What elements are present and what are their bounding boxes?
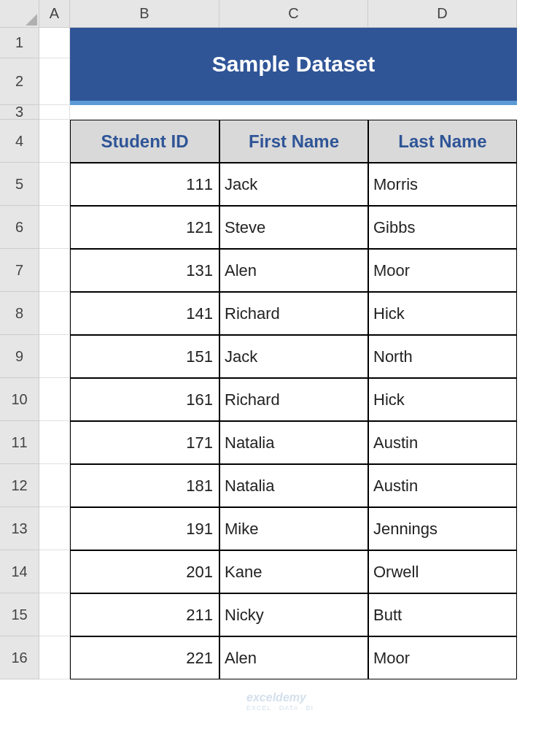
cell-last-name[interactable]: Gibbs	[368, 206, 517, 249]
cell-last-name[interactable]: Moor	[368, 249, 517, 292]
cell-A5[interactable]	[39, 163, 70, 206]
row-header-4[interactable]: 4	[0, 120, 39, 163]
col-header-D[interactable]: D	[368, 0, 517, 28]
select-all-triangle-icon	[26, 14, 37, 26]
cell-A13[interactable]	[39, 507, 70, 550]
cell-last-name[interactable]: North	[368, 335, 517, 378]
cell-student-id[interactable]: 181	[70, 464, 219, 507]
cell-student-id[interactable]: 141	[70, 292, 219, 335]
cell-A8[interactable]	[39, 292, 70, 335]
cell-last-name[interactable]: Moor	[368, 636, 517, 679]
cell-first-name[interactable]: Richard	[219, 378, 368, 421]
cell-A9[interactable]	[39, 335, 70, 378]
header-student-id[interactable]: Student ID	[70, 120, 219, 163]
cell-first-name[interactable]: Steve	[219, 206, 368, 249]
cell-student-id[interactable]: 171	[70, 421, 219, 464]
cell-last-name[interactable]: Austin	[368, 421, 517, 464]
cell-last-name[interactable]: Hick	[368, 292, 517, 335]
watermark-main: exceldemy	[246, 691, 306, 704]
row-header-3[interactable]: 3	[0, 105, 39, 120]
cell-student-id[interactable]: 191	[70, 507, 219, 550]
row-header-12[interactable]: 12	[0, 464, 39, 507]
row-header-7[interactable]: 7	[0, 249, 39, 292]
col-header-B[interactable]: B	[70, 0, 219, 28]
cell-student-id[interactable]: 211	[70, 593, 219, 636]
cell-student-id[interactable]: 161	[70, 378, 219, 421]
row-header-11[interactable]: 11	[0, 421, 39, 464]
row-header-8[interactable]: 8	[0, 292, 39, 335]
row-header-13[interactable]: 13	[0, 507, 39, 550]
row-header-15[interactable]: 15	[0, 593, 39, 636]
cell-last-name[interactable]: Austin	[368, 464, 517, 507]
cell-A10[interactable]	[39, 378, 70, 421]
cell-A1[interactable]	[39, 28, 70, 58]
cell-first-name[interactable]: Alen	[219, 636, 368, 679]
cell-A11[interactable]	[39, 421, 70, 464]
cell-student-id[interactable]: 131	[70, 249, 219, 292]
cell-first-name[interactable]: Richard	[219, 292, 368, 335]
cell-student-id[interactable]: 151	[70, 335, 219, 378]
cell-first-name[interactable]: Jack	[219, 335, 368, 378]
cell-student-id[interactable]: 201	[70, 550, 219, 593]
cell-first-name[interactable]: Alen	[219, 249, 368, 292]
row-header-14[interactable]: 14	[0, 550, 39, 593]
cell-student-id[interactable]: 121	[70, 206, 219, 249]
cell-A2[interactable]	[39, 58, 70, 105]
row-header-16[interactable]: 16	[0, 636, 39, 679]
cell-student-id[interactable]: 111	[70, 163, 219, 206]
cell-student-id[interactable]: 221	[70, 636, 219, 679]
row-header-9[interactable]: 9	[0, 335, 39, 378]
svg-marker-0	[26, 14, 37, 26]
header-first-name[interactable]: First Name	[219, 120, 368, 163]
watermark: exceldemy EXCEL · DATA · BI	[246, 691, 314, 712]
cell-first-name[interactable]: Natalia	[219, 464, 368, 507]
col-header-C[interactable]: C	[219, 0, 368, 28]
cell-A12[interactable]	[39, 464, 70, 507]
title-cell[interactable]: Sample Dataset	[70, 28, 517, 105]
cell-last-name[interactable]: Butt	[368, 593, 517, 636]
cell-last-name[interactable]: Morris	[368, 163, 517, 206]
cell-first-name[interactable]: Mike	[219, 507, 368, 550]
cell-last-name[interactable]: Orwell	[368, 550, 517, 593]
cell-first-name[interactable]: Jack	[219, 163, 368, 206]
cell-A6[interactable]	[39, 206, 70, 249]
spreadsheet-grid: A B C D 1 2 3 4 5 6 7 8 9 10 11 12 13 14…	[0, 0, 560, 679]
header-last-name[interactable]: Last Name	[368, 120, 517, 163]
cell-A7[interactable]	[39, 249, 70, 292]
cell-A14[interactable]	[39, 550, 70, 593]
cell-last-name[interactable]: Jennings	[368, 507, 517, 550]
row-header-1[interactable]: 1	[0, 28, 39, 58]
cell-A16[interactable]	[39, 636, 70, 679]
row-header-10[interactable]: 10	[0, 378, 39, 421]
select-all-corner[interactable]	[0, 0, 39, 28]
cell-last-name[interactable]: Hick	[368, 378, 517, 421]
row-header-6[interactable]: 6	[0, 206, 39, 249]
cell-first-name[interactable]: Natalia	[219, 421, 368, 464]
col-header-A[interactable]: A	[39, 0, 70, 28]
watermark-sub: EXCEL · DATA · BI	[246, 704, 314, 712]
cell-first-name[interactable]: Nicky	[219, 593, 368, 636]
row-header-5[interactable]: 5	[0, 163, 39, 206]
cell-first-name[interactable]: Kane	[219, 550, 368, 593]
row-header-2[interactable]: 2	[0, 58, 39, 105]
cell-A15[interactable]	[39, 593, 70, 636]
cell-A3[interactable]	[39, 105, 70, 120]
cell-A4[interactable]	[39, 120, 70, 163]
